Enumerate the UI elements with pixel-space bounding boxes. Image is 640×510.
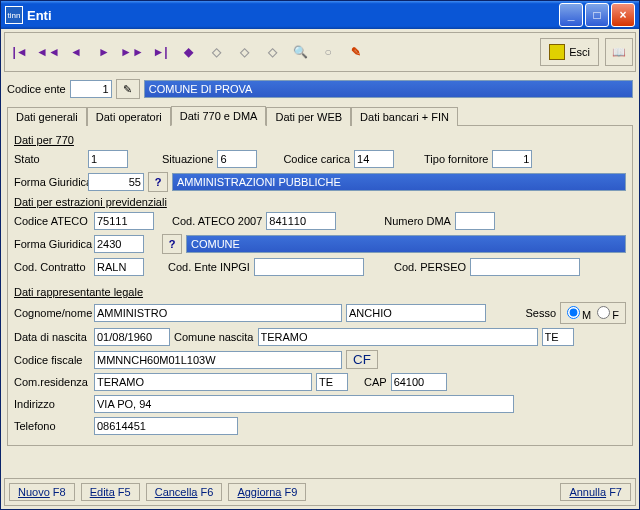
tab-dati-operatori[interactable]: Dati operatori — [87, 107, 171, 126]
tool-2-button[interactable]: ◇ — [231, 39, 257, 65]
maximize-button[interactable]: □ — [585, 3, 609, 27]
nuovo-button[interactable]: Nuovo F8 — [9, 483, 75, 501]
nome-input[interactable] — [346, 304, 486, 322]
cn-label: Comune nascita — [174, 331, 254, 343]
tab-dati-bancari[interactable]: Dati bancari + FIN — [351, 107, 458, 126]
tipofornitore-input[interactable] — [492, 150, 532, 168]
dma-label: Numero DMA — [384, 215, 451, 227]
stato-label: Stato — [14, 153, 84, 165]
nav-last-button[interactable]: ►| — [147, 39, 173, 65]
titlebar: tinn Enti _ □ × — [1, 1, 639, 29]
sesso-label: Sesso — [526, 307, 557, 319]
footer: Nuovo F8 Edita F5 Cancella F6 Aggiorna F… — [4, 478, 636, 506]
tab-dati-web[interactable]: Dati per WEB — [266, 107, 351, 126]
cf-label: Codice fiscale — [14, 354, 90, 366]
sesso-m[interactable]: M — [567, 306, 591, 321]
fg770-desc: AMMINISTRAZIONI PUBBLICHE — [172, 173, 626, 191]
section-prev: Dati per estrazioni previdenziali — [14, 196, 626, 208]
nav-fastback-button[interactable]: ◄◄ — [35, 39, 61, 65]
tool-5-button[interactable]: ✎ — [343, 39, 369, 65]
ateco07-label: Cod. ATECO 2007 — [172, 215, 262, 227]
perseo-label: Cod. PERSEO — [394, 261, 466, 273]
erase-button[interactable]: ◆ — [175, 39, 201, 65]
exit-icon — [549, 44, 565, 60]
inpgi-label: Cod. Ente INPGI — [168, 261, 250, 273]
ind-label: Indirizzo — [14, 398, 90, 410]
tool-4-button[interactable]: ○ — [315, 39, 341, 65]
res-label: Com.residenza — [14, 376, 90, 388]
ind-input[interactable] — [94, 395, 514, 413]
situazione-label: Situazione — [162, 153, 213, 165]
nav-prev-button[interactable]: ◄ — [63, 39, 89, 65]
tab-dati-770-dma[interactable]: Dati 770 e DMA — [171, 106, 267, 126]
tab-dati-generali[interactable]: Dati generali — [7, 107, 87, 126]
sesso-group: M F — [560, 302, 626, 324]
tool-1-button[interactable]: ◇ — [203, 39, 229, 65]
dma-input[interactable] — [455, 212, 495, 230]
esci-button[interactable]: Esci — [540, 38, 599, 66]
window-title: Enti — [27, 8, 557, 23]
cf-button[interactable]: CF — [346, 350, 378, 369]
annulla-button[interactable]: Annulla F7 — [560, 483, 631, 501]
search-button[interactable]: 🔍 — [287, 39, 313, 65]
close-button[interactable]: × — [611, 3, 635, 27]
dn-label: Data di nascita — [14, 331, 90, 343]
cn-input[interactable] — [258, 328, 538, 346]
codice-ente-label: Codice ente — [7, 83, 66, 95]
perseo-input[interactable] — [470, 258, 580, 276]
esci-label: Esci — [569, 46, 590, 58]
fg770-lookup-button[interactable]: ? — [148, 172, 168, 192]
fgprev-desc: COMUNE — [186, 235, 626, 253]
ateco-input[interactable] — [94, 212, 154, 230]
cap-input[interactable] — [391, 373, 447, 391]
help-book-button[interactable]: 📖 — [605, 38, 633, 66]
nav-fastfwd-button[interactable]: ►► — [119, 39, 145, 65]
sesso-f[interactable]: F — [597, 306, 619, 321]
fg770-input[interactable] — [88, 173, 144, 191]
carica-label: Codice carica — [283, 153, 350, 165]
stato-input[interactable] — [88, 150, 128, 168]
tab-panel: Dati per 770 Stato Situazione Codice car… — [7, 126, 633, 446]
contratto-input[interactable] — [94, 258, 144, 276]
resp-input[interactable] — [316, 373, 348, 391]
edit-ente-button[interactable]: ✎ — [116, 79, 140, 99]
edita-button[interactable]: Edita F5 — [81, 483, 140, 501]
fgprev-input[interactable] — [94, 235, 144, 253]
tabs: Dati generali Dati operatori Dati 770 e … — [7, 105, 633, 126]
cf-input[interactable] — [94, 351, 342, 369]
tel-label: Telefono — [14, 420, 90, 432]
toolbar: |◄ ◄◄ ◄ ► ►► ►| ◆ ◇ ◇ ◇ 🔍 ○ ✎ Esci 📖 — [4, 32, 636, 72]
tipofornitore-label: Tipo fornitore — [424, 153, 488, 165]
contratto-label: Cod. Contratto — [14, 261, 90, 273]
section-770: Dati per 770 — [14, 134, 626, 146]
cancella-button[interactable]: Cancella F6 — [146, 483, 223, 501]
ateco07-input[interactable] — [266, 212, 336, 230]
res-input[interactable] — [94, 373, 312, 391]
minimize-button[interactable]: _ — [559, 3, 583, 27]
fg770-label: Forma Giuridica — [14, 176, 84, 188]
cap-label: CAP — [364, 376, 387, 388]
fgprev-lookup-button[interactable]: ? — [162, 234, 182, 254]
ente-name-bar: COMUNE DI PROVA — [144, 80, 633, 98]
fgprev-label: Forma Giuridica — [14, 238, 90, 250]
section-rapp: Dati rappresentante legale — [14, 286, 626, 298]
aggiorna-button[interactable]: Aggiorna F9 — [228, 483, 306, 501]
carica-input[interactable] — [354, 150, 394, 168]
situazione-input[interactable] — [217, 150, 257, 168]
nav-next-button[interactable]: ► — [91, 39, 117, 65]
tel-input[interactable] — [94, 417, 238, 435]
pn-input[interactable] — [542, 328, 574, 346]
cognome-input[interactable] — [94, 304, 342, 322]
inpgi-input[interactable] — [254, 258, 364, 276]
dn-input[interactable] — [94, 328, 170, 346]
app-icon: tinn — [5, 6, 23, 24]
tool-3-button[interactable]: ◇ — [259, 39, 285, 65]
cognome-label: Cognome/nome — [14, 307, 90, 319]
codice-ente-input[interactable] — [70, 80, 112, 98]
ateco-label: Codice ATECO — [14, 215, 90, 227]
nav-first-button[interactable]: |◄ — [7, 39, 33, 65]
